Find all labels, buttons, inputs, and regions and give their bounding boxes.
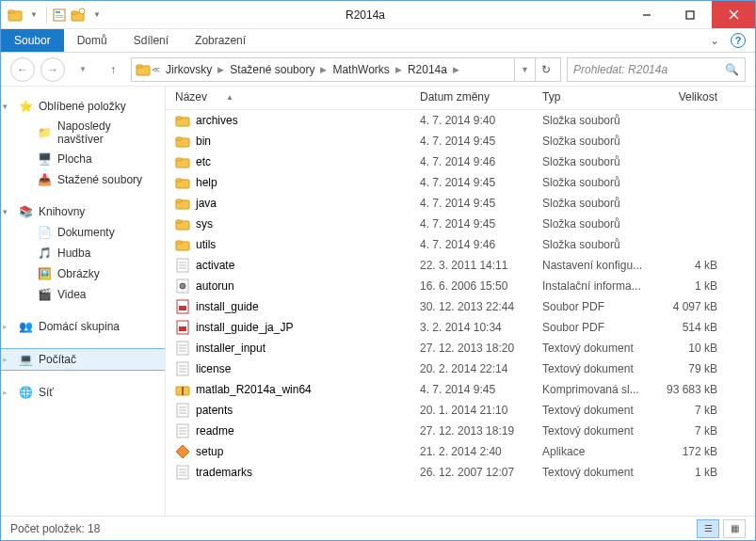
tab-file[interactable]: Soubor [1, 29, 64, 52]
forward-button[interactable]: → [40, 57, 65, 82]
recent-dropdown-icon[interactable]: ▼ [71, 57, 95, 82]
column-label: Název [175, 90, 207, 103]
chevron-right-icon[interactable]: ▶ [217, 65, 225, 74]
file-name: install_guide_ja_JP [196, 321, 293, 334]
collapse-icon[interactable]: ▾ [3, 207, 8, 216]
breadcrumb-segment[interactable]: Jirkovsky [161, 63, 217, 76]
sidebar-item-downloads[interactable]: 📥Stažené soubory [1, 169, 165, 190]
chevron-right-icon[interactable]: ▶ [452, 65, 460, 74]
sidebar-item-recent[interactable]: 📁Naposledy navštíver [1, 117, 165, 149]
table-row[interactable]: sys4. 7. 2014 9:45Složka souborů [175, 214, 755, 234]
table-row[interactable]: autorun16. 6. 2006 15:50Instalační infor… [175, 276, 755, 296]
caret-down-icon[interactable]: ▼ [88, 7, 105, 24]
table-row[interactable]: readme27. 12. 2013 18:19Textový dokument… [175, 421, 755, 441]
table-row[interactable]: etc4. 7. 2014 9:46Složka souborů [175, 151, 755, 172]
file-date: 22. 3. 2011 14:11 [420, 259, 542, 272]
expand-icon[interactable]: ▸ [3, 388, 8, 397]
table-row[interactable]: utils4. 7. 2014 9:46Složka souborů [175, 234, 755, 255]
new-folder-icon[interactable] [70, 7, 87, 24]
tab-view[interactable]: Zobrazení [182, 29, 259, 52]
table-row[interactable]: install_guide_ja_JP3. 2. 2014 10:34Soubo… [175, 317, 755, 338]
table-row[interactable]: setup21. 2. 2014 2:40Aplikace172 kB [175, 441, 755, 462]
sidebar-item-documents[interactable]: 📄Dokumenty [1, 222, 165, 243]
svg-rect-10 [686, 11, 694, 19]
ribbon-expand-icon[interactable]: ⌄ [704, 29, 725, 52]
table-row[interactable]: archives4. 7. 2014 9:40Složka souborů [175, 110, 755, 131]
file-size: 4 097 kB [665, 300, 731, 313]
chevron-right-icon[interactable]: ▶ [319, 65, 328, 74]
refresh-button[interactable]: ↻ [535, 58, 556, 81]
table-row[interactable]: bin4. 7. 2014 9:45Složka souborů [175, 131, 755, 151]
maximize-button[interactable] [668, 1, 712, 28]
table-row[interactable]: matlab_R2014a_win644. 7. 2014 9:45Kompri… [175, 379, 755, 400]
sidebar-item-computer[interactable]: ▸ 💻 Počítač [1, 348, 165, 371]
properties-icon[interactable] [51, 7, 68, 24]
breadcrumb-segment[interactable]: Stažené soubory [225, 63, 319, 76]
file-date: 3. 2. 2014 10:34 [420, 321, 542, 334]
exe-icon [175, 444, 190, 459]
column-size[interactable]: Velikost [665, 90, 731, 103]
svg-rect-1 [8, 10, 14, 13]
folder-icon [7, 7, 24, 24]
file-type: Složka souborů [542, 197, 665, 210]
minimize-button[interactable] [625, 1, 668, 28]
help-icon[interactable]: ? [731, 33, 746, 48]
sidebar-computer-group: ▸ 💻 Počítač [1, 348, 165, 371]
chevron-down-icon[interactable]: ▼ [514, 58, 535, 81]
column-type[interactable]: Typ [542, 90, 665, 103]
svg-rect-18 [176, 137, 182, 140]
sidebar-item-label: Naposledy navštíver [57, 119, 155, 146]
view-details-button[interactable]: ☰ [697, 519, 719, 538]
caret-down-icon[interactable]: ▼ [25, 7, 42, 24]
sidebar-item-homegroup[interactable]: ▸ 👥 Domácí skupina [1, 316, 165, 337]
chevron-right-icon[interactable]: ▶ [394, 65, 403, 74]
sidebar-group-favorites[interactable]: ▾ ⭐ Oblíbené položky [1, 96, 165, 117]
tab-home[interactable]: Domů [64, 29, 121, 52]
sidebar-item-label: Videa [57, 288, 86, 301]
table-row[interactable]: license20. 2. 2014 22:14Textový dokument… [175, 358, 755, 379]
back-button[interactable]: ← [10, 57, 35, 82]
svg-point-34 [180, 283, 185, 289]
search-input[interactable] [573, 63, 719, 76]
svg-marker-57 [176, 445, 189, 458]
sidebar-item-pictures[interactable]: 🖼️Obrázky [1, 263, 165, 284]
expand-icon[interactable]: ▸ [3, 355, 8, 364]
sidebar-item-videos[interactable]: 🎬Videa [1, 284, 165, 305]
sidebar-item-desktop[interactable]: 🖥️Plocha [1, 149, 165, 169]
file-name: trademarks [196, 466, 252, 479]
folder-icon [175, 196, 190, 211]
breadcrumb[interactable]: ≪ Jirkovsky▶ Stažené soubory▶ MathWorks▶… [131, 57, 561, 82]
up-button[interactable]: ↑ [101, 57, 125, 82]
ribbon-tabs: Soubor Domů Sdílení Zobrazení ⌄ ? [1, 29, 755, 53]
status-count: Počet položek: 18 [10, 522, 100, 535]
collapse-icon[interactable]: ▾ [3, 102, 8, 111]
table-row[interactable]: installer_input27. 12. 2013 18:20Textový… [175, 338, 755, 358]
search-icon[interactable]: 🔍 [725, 63, 739, 76]
search-box[interactable]: 🔍 [567, 57, 746, 82]
sidebar-item-label: Síť [39, 386, 54, 399]
column-date[interactable]: Datum změny [420, 90, 542, 103]
table-row[interactable]: install_guide30. 12. 2013 22:44Soubor PD… [175, 296, 755, 317]
view-icons-button[interactable]: ▦ [723, 519, 746, 538]
table-row[interactable]: java4. 7. 2014 9:45Složka souborů [175, 193, 755, 214]
breadcrumb-segment[interactable]: MathWorks [328, 63, 394, 76]
sidebar-group-libraries[interactable]: ▾ 📚 Knihovny [1, 201, 165, 222]
file-date: 30. 12. 2013 22:44 [420, 300, 542, 313]
sidebar-item-label: Hudba [57, 247, 90, 260]
sidebar-item-network[interactable]: ▸ 🌐 Síť [1, 382, 165, 403]
breadcrumb-segment[interactable]: R2014a [403, 63, 452, 76]
table-row[interactable]: patents20. 1. 2014 21:10Textový dokument… [175, 400, 755, 421]
expand-icon[interactable]: ▸ [3, 322, 8, 331]
chevron-left-icon[interactable]: ≪ [151, 65, 161, 74]
sidebar-item-music[interactable]: 🎵Hudba [1, 243, 165, 263]
zip-icon [175, 382, 190, 397]
table-row[interactable]: trademarks26. 12. 2007 12:07Textový doku… [175, 462, 755, 483]
sort-asc-icon: ▲ [226, 93, 233, 102]
table-row[interactable]: activate22. 3. 2011 14:11Nastavení konfi… [175, 255, 755, 276]
tab-share[interactable]: Sdílení [121, 29, 182, 52]
column-name[interactable]: Název▲ [175, 90, 420, 103]
file-date: 4. 7. 2014 9:45 [420, 383, 542, 396]
table-row[interactable]: help4. 7. 2014 9:45Složka souborů [175, 172, 755, 193]
file-date: 4. 7. 2014 9:45 [420, 135, 542, 148]
close-button[interactable] [712, 1, 755, 28]
